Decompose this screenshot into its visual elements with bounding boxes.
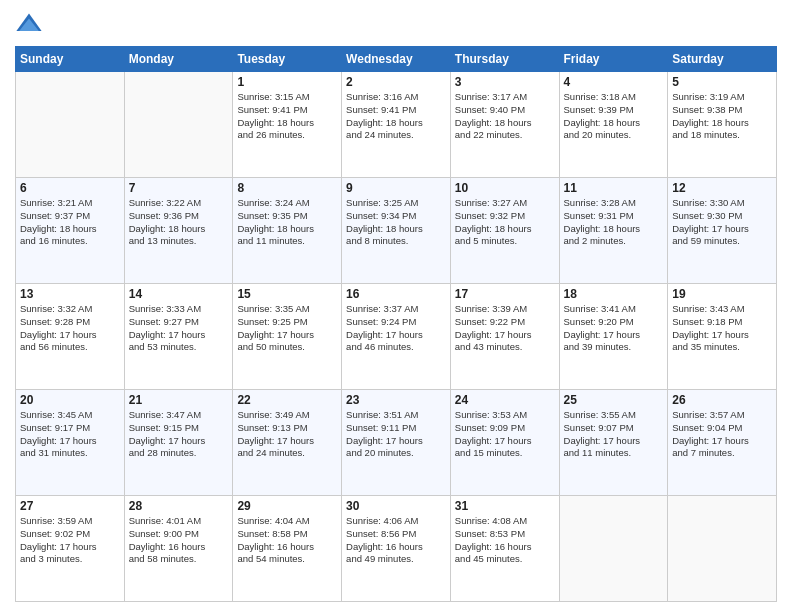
day-info: Sunrise: 3:25 AM Sunset: 9:34 PM Dayligh…	[346, 197, 446, 248]
day-number: 3	[455, 75, 555, 89]
day-cell: 7Sunrise: 3:22 AM Sunset: 9:36 PM Daylig…	[124, 178, 233, 284]
day-number: 2	[346, 75, 446, 89]
week-row-2: 6Sunrise: 3:21 AM Sunset: 9:37 PM Daylig…	[16, 178, 777, 284]
day-info: Sunrise: 3:37 AM Sunset: 9:24 PM Dayligh…	[346, 303, 446, 354]
day-number: 14	[129, 287, 229, 301]
day-info: Sunrise: 3:41 AM Sunset: 9:20 PM Dayligh…	[564, 303, 664, 354]
day-cell: 13Sunrise: 3:32 AM Sunset: 9:28 PM Dayli…	[16, 284, 125, 390]
week-row-1: 1Sunrise: 3:15 AM Sunset: 9:41 PM Daylig…	[16, 72, 777, 178]
day-number: 22	[237, 393, 337, 407]
day-info: Sunrise: 3:35 AM Sunset: 9:25 PM Dayligh…	[237, 303, 337, 354]
day-info: Sunrise: 3:15 AM Sunset: 9:41 PM Dayligh…	[237, 91, 337, 142]
day-info: Sunrise: 4:06 AM Sunset: 8:56 PM Dayligh…	[346, 515, 446, 566]
day-number: 8	[237, 181, 337, 195]
weekday-header-friday: Friday	[559, 47, 668, 72]
day-info: Sunrise: 3:18 AM Sunset: 9:39 PM Dayligh…	[564, 91, 664, 142]
day-number: 15	[237, 287, 337, 301]
day-number: 10	[455, 181, 555, 195]
day-cell: 20Sunrise: 3:45 AM Sunset: 9:17 PM Dayli…	[16, 390, 125, 496]
day-cell	[668, 496, 777, 602]
weekday-header-sunday: Sunday	[16, 47, 125, 72]
day-cell: 8Sunrise: 3:24 AM Sunset: 9:35 PM Daylig…	[233, 178, 342, 284]
day-cell: 2Sunrise: 3:16 AM Sunset: 9:41 PM Daylig…	[342, 72, 451, 178]
weekday-header-row: SundayMondayTuesdayWednesdayThursdayFrid…	[16, 47, 777, 72]
weekday-header-wednesday: Wednesday	[342, 47, 451, 72]
day-number: 6	[20, 181, 120, 195]
day-info: Sunrise: 3:51 AM Sunset: 9:11 PM Dayligh…	[346, 409, 446, 460]
day-info: Sunrise: 3:17 AM Sunset: 9:40 PM Dayligh…	[455, 91, 555, 142]
day-info: Sunrise: 3:49 AM Sunset: 9:13 PM Dayligh…	[237, 409, 337, 460]
day-info: Sunrise: 3:47 AM Sunset: 9:15 PM Dayligh…	[129, 409, 229, 460]
day-cell: 17Sunrise: 3:39 AM Sunset: 9:22 PM Dayli…	[450, 284, 559, 390]
day-number: 25	[564, 393, 664, 407]
day-number: 18	[564, 287, 664, 301]
day-cell: 25Sunrise: 3:55 AM Sunset: 9:07 PM Dayli…	[559, 390, 668, 496]
day-info: Sunrise: 3:43 AM Sunset: 9:18 PM Dayligh…	[672, 303, 772, 354]
day-number: 30	[346, 499, 446, 513]
weekday-header-tuesday: Tuesday	[233, 47, 342, 72]
day-cell: 22Sunrise: 3:49 AM Sunset: 9:13 PM Dayli…	[233, 390, 342, 496]
day-info: Sunrise: 3:57 AM Sunset: 9:04 PM Dayligh…	[672, 409, 772, 460]
day-number: 21	[129, 393, 229, 407]
day-cell: 21Sunrise: 3:47 AM Sunset: 9:15 PM Dayli…	[124, 390, 233, 496]
day-cell: 9Sunrise: 3:25 AM Sunset: 9:34 PM Daylig…	[342, 178, 451, 284]
day-number: 12	[672, 181, 772, 195]
day-cell: 18Sunrise: 3:41 AM Sunset: 9:20 PM Dayli…	[559, 284, 668, 390]
header	[15, 10, 777, 38]
day-cell: 28Sunrise: 4:01 AM Sunset: 9:00 PM Dayli…	[124, 496, 233, 602]
week-row-4: 20Sunrise: 3:45 AM Sunset: 9:17 PM Dayli…	[16, 390, 777, 496]
day-cell: 31Sunrise: 4:08 AM Sunset: 8:53 PM Dayli…	[450, 496, 559, 602]
week-row-3: 13Sunrise: 3:32 AM Sunset: 9:28 PM Dayli…	[16, 284, 777, 390]
day-number: 19	[672, 287, 772, 301]
day-info: Sunrise: 3:33 AM Sunset: 9:27 PM Dayligh…	[129, 303, 229, 354]
day-info: Sunrise: 3:28 AM Sunset: 9:31 PM Dayligh…	[564, 197, 664, 248]
logo-icon	[15, 10, 43, 38]
day-cell: 26Sunrise: 3:57 AM Sunset: 9:04 PM Dayli…	[668, 390, 777, 496]
day-cell: 4Sunrise: 3:18 AM Sunset: 9:39 PM Daylig…	[559, 72, 668, 178]
day-number: 27	[20, 499, 120, 513]
day-info: Sunrise: 3:27 AM Sunset: 9:32 PM Dayligh…	[455, 197, 555, 248]
day-info: Sunrise: 3:45 AM Sunset: 9:17 PM Dayligh…	[20, 409, 120, 460]
day-cell: 1Sunrise: 3:15 AM Sunset: 9:41 PM Daylig…	[233, 72, 342, 178]
day-number: 1	[237, 75, 337, 89]
day-cell: 23Sunrise: 3:51 AM Sunset: 9:11 PM Dayli…	[342, 390, 451, 496]
weekday-header-thursday: Thursday	[450, 47, 559, 72]
day-number: 16	[346, 287, 446, 301]
day-number: 23	[346, 393, 446, 407]
day-number: 17	[455, 287, 555, 301]
logo	[15, 10, 47, 38]
day-info: Sunrise: 3:53 AM Sunset: 9:09 PM Dayligh…	[455, 409, 555, 460]
weekday-header-monday: Monday	[124, 47, 233, 72]
day-cell: 5Sunrise: 3:19 AM Sunset: 9:38 PM Daylig…	[668, 72, 777, 178]
weekday-header-saturday: Saturday	[668, 47, 777, 72]
day-number: 13	[20, 287, 120, 301]
week-row-5: 27Sunrise: 3:59 AM Sunset: 9:02 PM Dayli…	[16, 496, 777, 602]
day-cell: 14Sunrise: 3:33 AM Sunset: 9:27 PM Dayli…	[124, 284, 233, 390]
day-info: Sunrise: 3:16 AM Sunset: 9:41 PM Dayligh…	[346, 91, 446, 142]
day-info: Sunrise: 4:01 AM Sunset: 9:00 PM Dayligh…	[129, 515, 229, 566]
day-cell: 12Sunrise: 3:30 AM Sunset: 9:30 PM Dayli…	[668, 178, 777, 284]
day-number: 24	[455, 393, 555, 407]
day-number: 26	[672, 393, 772, 407]
day-cell: 6Sunrise: 3:21 AM Sunset: 9:37 PM Daylig…	[16, 178, 125, 284]
day-number: 9	[346, 181, 446, 195]
day-info: Sunrise: 3:21 AM Sunset: 9:37 PM Dayligh…	[20, 197, 120, 248]
day-cell: 19Sunrise: 3:43 AM Sunset: 9:18 PM Dayli…	[668, 284, 777, 390]
day-number: 31	[455, 499, 555, 513]
day-info: Sunrise: 3:22 AM Sunset: 9:36 PM Dayligh…	[129, 197, 229, 248]
day-info: Sunrise: 3:39 AM Sunset: 9:22 PM Dayligh…	[455, 303, 555, 354]
day-cell: 11Sunrise: 3:28 AM Sunset: 9:31 PM Dayli…	[559, 178, 668, 284]
day-info: Sunrise: 3:59 AM Sunset: 9:02 PM Dayligh…	[20, 515, 120, 566]
day-cell: 16Sunrise: 3:37 AM Sunset: 9:24 PM Dayli…	[342, 284, 451, 390]
day-number: 5	[672, 75, 772, 89]
day-info: Sunrise: 4:04 AM Sunset: 8:58 PM Dayligh…	[237, 515, 337, 566]
day-cell	[124, 72, 233, 178]
day-cell: 24Sunrise: 3:53 AM Sunset: 9:09 PM Dayli…	[450, 390, 559, 496]
day-cell	[559, 496, 668, 602]
day-number: 29	[237, 499, 337, 513]
day-cell: 29Sunrise: 4:04 AM Sunset: 8:58 PM Dayli…	[233, 496, 342, 602]
day-number: 4	[564, 75, 664, 89]
day-cell: 30Sunrise: 4:06 AM Sunset: 8:56 PM Dayli…	[342, 496, 451, 602]
day-info: Sunrise: 3:24 AM Sunset: 9:35 PM Dayligh…	[237, 197, 337, 248]
calendar-table: SundayMondayTuesdayWednesdayThursdayFrid…	[15, 46, 777, 602]
